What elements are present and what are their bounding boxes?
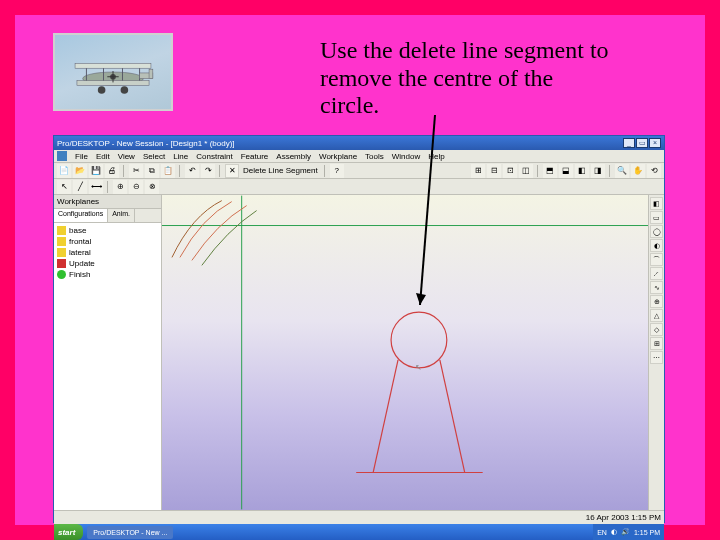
- maximize-button[interactable]: ▭: [636, 138, 648, 148]
- view-button-8[interactable]: ◨: [591, 164, 605, 178]
- workplane-icon: [57, 248, 66, 257]
- zoom-button[interactable]: 🔍: [615, 164, 629, 178]
- tool-a[interactable]: ⊕: [113, 180, 127, 194]
- rotate-button[interactable]: ⟲: [647, 164, 661, 178]
- tray-time: 1:15 PM: [634, 529, 660, 536]
- app-icon: [57, 151, 67, 161]
- tree-item[interactable]: Update: [57, 258, 158, 269]
- app-window: Pro/DESKTOP - New Session - [Design1 * (…: [53, 135, 665, 523]
- paste-button[interactable]: 📋: [161, 164, 175, 178]
- rtool-5[interactable]: ⟋: [650, 267, 663, 280]
- menu-select[interactable]: Select: [143, 152, 165, 161]
- tree-item[interactable]: base: [57, 225, 158, 236]
- tree-label: Finish: [69, 270, 90, 279]
- tool-b[interactable]: ⊖: [129, 180, 143, 194]
- close-button[interactable]: ×: [649, 138, 661, 148]
- tab-anim[interactable]: Anim.: [108, 209, 135, 222]
- menu-constraint[interactable]: Constraint: [196, 152, 232, 161]
- view-button-6[interactable]: ⬓: [559, 164, 573, 178]
- svg-rect-1: [75, 63, 151, 68]
- taskbar-item-label: Pro/DESKTOP - New ...: [93, 529, 167, 536]
- tree-label: lateral: [69, 248, 91, 257]
- view-button-3[interactable]: ⊡: [503, 164, 517, 178]
- tree-item[interactable]: frontal: [57, 236, 158, 247]
- tab-configurations[interactable]: Configurations: [54, 209, 108, 222]
- tray-icon: 🔊: [621, 528, 630, 536]
- sketch: ↖: [162, 195, 648, 510]
- window-title: Pro/DESKTOP - New Session - [Design1 * (…: [57, 139, 623, 148]
- menu-window[interactable]: Window: [392, 152, 420, 161]
- separator: [179, 165, 181, 177]
- save-button[interactable]: 💾: [89, 164, 103, 178]
- instruction-text: Use the delete line segment to remove th…: [320, 37, 610, 120]
- menu-view[interactable]: View: [118, 152, 135, 161]
- undo-button[interactable]: ↶: [185, 164, 199, 178]
- titlebar[interactable]: Pro/DESKTOP - New Session - [Design1 * (…: [54, 136, 664, 150]
- status-right: 16 Apr 2003 1:15 PM: [586, 513, 661, 522]
- delete-segment-button[interactable]: ✕: [225, 164, 239, 178]
- dim-tool[interactable]: ⟷: [89, 180, 103, 194]
- menu-assembly[interactable]: Assembly: [276, 152, 311, 161]
- drawing-canvas[interactable]: ↖: [162, 195, 648, 510]
- tool-c[interactable]: ⊗: [145, 180, 159, 194]
- workarea: Workplanes Configurations Anim. base fro…: [54, 195, 664, 510]
- taskbar-item[interactable]: Pro/DESKTOP - New ...: [87, 526, 173, 539]
- rtool-2[interactable]: ◯: [650, 225, 663, 238]
- tree-item[interactable]: Finish: [57, 269, 158, 280]
- menu-line[interactable]: Line: [173, 152, 188, 161]
- view-button-1[interactable]: ⊞: [471, 164, 485, 178]
- minimize-button[interactable]: _: [623, 138, 635, 148]
- rtool-9[interactable]: ◇: [650, 323, 663, 336]
- pan-button[interactable]: ✋: [631, 164, 645, 178]
- cut-button[interactable]: ✂: [129, 164, 143, 178]
- separator: [324, 165, 326, 177]
- svg-text:↖: ↖: [415, 363, 422, 372]
- menu-tools[interactable]: Tools: [365, 152, 384, 161]
- rtool-10[interactable]: ⊞: [650, 337, 663, 350]
- menu-feature[interactable]: Feature: [241, 152, 269, 161]
- start-button[interactable]: start: [54, 524, 83, 540]
- menu-edit[interactable]: Edit: [96, 152, 110, 161]
- view-button-2[interactable]: ⊟: [487, 164, 501, 178]
- svg-line-17: [373, 360, 398, 473]
- print-button[interactable]: 🖨: [105, 164, 119, 178]
- svg-rect-11: [149, 69, 153, 78]
- view-button-5[interactable]: ⬒: [543, 164, 557, 178]
- system-tray[interactable]: EN ◐ 🔊 1:15 PM: [593, 524, 664, 540]
- tray-lang: EN: [597, 529, 607, 536]
- line-tool[interactable]: ╱: [73, 180, 87, 194]
- rtool-1[interactable]: ▭: [650, 211, 663, 224]
- biplane-thumbnail: [53, 33, 173, 111]
- menu-help[interactable]: Help: [428, 152, 444, 161]
- tool-label: Delete Line Segment: [241, 166, 320, 175]
- open-button[interactable]: 📂: [73, 164, 87, 178]
- right-toolbar: ◧ ▭ ◯ ◐ ⌒ ⟋ ∿ ⊕ △ ◇ ⊞ ⋯: [648, 195, 664, 510]
- tree-label: frontal: [69, 237, 91, 246]
- rtool-7[interactable]: ⊕: [650, 295, 663, 308]
- view-button-7[interactable]: ◧: [575, 164, 589, 178]
- taskbar: start Pro/DESKTOP - New ... EN ◐ 🔊 1:15 …: [54, 524, 664, 540]
- help-button[interactable]: ?: [330, 164, 344, 178]
- rtool-11[interactable]: ⋯: [650, 351, 663, 364]
- update-icon: [57, 259, 66, 268]
- window-buttons: _ ▭ ×: [623, 138, 661, 148]
- new-button[interactable]: 📄: [57, 164, 71, 178]
- rtool-4[interactable]: ⌒: [650, 253, 663, 266]
- separator: [107, 181, 109, 193]
- rtool-8[interactable]: △: [650, 309, 663, 322]
- copy-button[interactable]: ⧉: [145, 164, 159, 178]
- rtool-6[interactable]: ∿: [650, 281, 663, 294]
- tree: base frontal lateral Update Finish: [54, 223, 161, 510]
- separator: [219, 165, 221, 177]
- select-tool[interactable]: ↖: [57, 180, 71, 194]
- rtool-0[interactable]: ◧: [650, 197, 663, 210]
- tree-label: base: [69, 226, 86, 235]
- pane-tabs: Configurations Anim.: [54, 209, 161, 223]
- rtool-3[interactable]: ◐: [650, 239, 663, 252]
- workplane-icon: [57, 226, 66, 235]
- tree-item[interactable]: lateral: [57, 247, 158, 258]
- menu-workplane[interactable]: Workplane: [319, 152, 357, 161]
- menu-file[interactable]: File: [75, 152, 88, 161]
- redo-button[interactable]: ↷: [201, 164, 215, 178]
- view-button-4[interactable]: ◫: [519, 164, 533, 178]
